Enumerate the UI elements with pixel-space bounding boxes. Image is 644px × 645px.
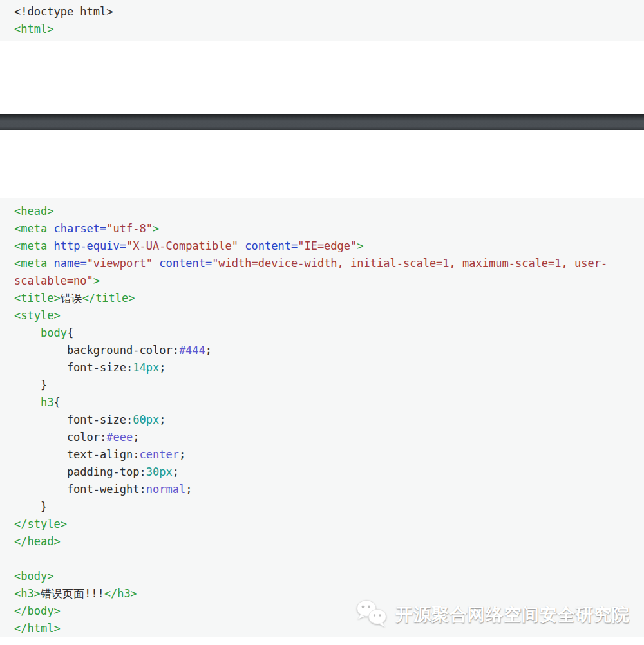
code-line: font-size:14px;: [14, 359, 644, 377]
code-line: <!doctype html>: [14, 3, 644, 21]
watermark-text: 开源聚合网络空间安全研究院: [395, 603, 630, 626]
code-snippet-top: <!doctype html><html>: [0, 0, 644, 41]
dark-divider-bar: [0, 114, 644, 130]
code-line: <html>: [14, 21, 644, 38]
wechat-chat-bubbles-icon: [355, 598, 390, 631]
code-snippet-main: <head><meta charset="utf-8"><meta http-e…: [0, 198, 644, 637]
code-line: </style>: [14, 516, 644, 533]
code-line: [14, 550, 644, 568]
code-line: padding-top:30px;: [14, 463, 644, 481]
code-line: body{: [14, 324, 644, 342]
code-line: <meta name="viewport" content="width=dev…: [14, 255, 644, 272]
code-line: scalable=no">: [14, 272, 644, 290]
code-line: h3{: [14, 394, 644, 411]
code-line: text-align:center;: [14, 446, 644, 463]
code-line: }: [14, 498, 644, 516]
code-line: <body>: [14, 568, 644, 585]
code-line: }: [14, 377, 644, 394]
code-line: font-size:60px;: [14, 411, 644, 429]
code-line: font-weight:normal;: [14, 481, 644, 498]
code-line: <meta http-equiv="X-UA-Compatible" conte…: [14, 238, 644, 255]
code-line: <meta charset="utf-8">: [14, 220, 644, 238]
code-line: <style>: [14, 307, 644, 324]
code-line: <title>错误</title>: [14, 290, 644, 307]
code-line: background-color:#444;: [14, 342, 644, 359]
code-line: </head>: [14, 533, 644, 550]
code-line: color:#eee;: [14, 429, 644, 446]
watermark: 开源聚合网络空间安全研究院: [355, 599, 630, 631]
code-lines-main: <head><meta charset="utf-8"><meta http-e…: [14, 203, 644, 637]
code-lines-top: <!doctype html><html>: [14, 3, 644, 38]
code-line: <head>: [14, 203, 644, 220]
